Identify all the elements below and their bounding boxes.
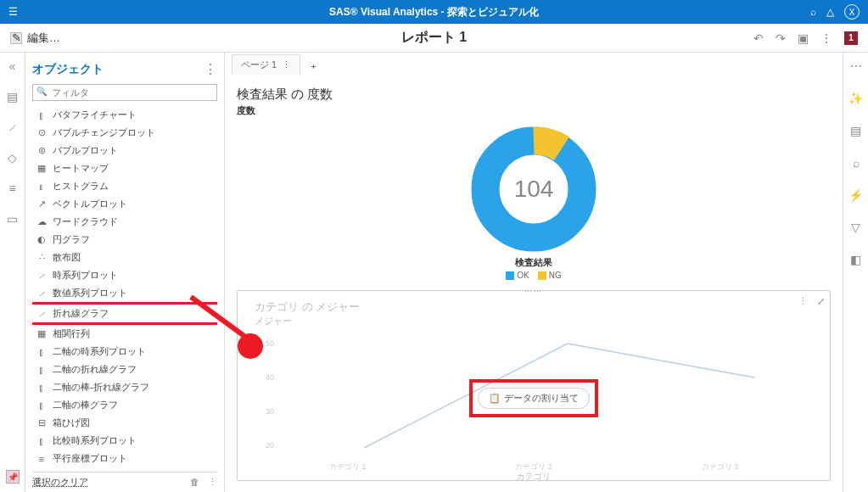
edit-label: 編集… bbox=[27, 31, 60, 46]
object-item[interactable]: ⟋数値系列プロット bbox=[32, 284, 217, 302]
chart-type-icon: ⟋ bbox=[36, 308, 48, 320]
notification-badge[interactable]: 1 bbox=[844, 31, 858, 45]
chart-type-icon: ⫿ bbox=[36, 382, 48, 394]
list-icon[interactable]: ≡ bbox=[8, 182, 15, 195]
object-item[interactable]: ⟋折れ線グラフ bbox=[32, 302, 217, 325]
user-avatar[interactable]: X bbox=[844, 4, 860, 20]
object-item[interactable]: ⫾ヒストグラム bbox=[32, 177, 217, 195]
donut-subtitle: 度数 bbox=[237, 104, 831, 117]
object-item[interactable]: ∴散布図 bbox=[32, 249, 217, 266]
add-tab-button[interactable]: + bbox=[304, 58, 322, 75]
object-item-label: 平行座標プロット bbox=[53, 452, 127, 465]
edit-button[interactable]: ✎ 編集… bbox=[10, 31, 60, 46]
tabs: ページ 1 ⋮ + bbox=[225, 53, 843, 75]
object-item-label: 二軸の棒-折れ線グラフ bbox=[53, 381, 149, 394]
more-icon[interactable]: ⋮ bbox=[820, 31, 832, 45]
actions-icon[interactable]: ⌕ bbox=[853, 156, 860, 170]
tab-label: ページ 1 bbox=[241, 59, 277, 71]
footer-more-icon[interactable]: ⋮ bbox=[208, 477, 217, 488]
line-chart-card[interactable]: ⋯⋯ ⋮ ⤢ カテゴリ の メジャー メジャー 50 40 30 20 カテゴリ… bbox=[237, 290, 831, 481]
object-item[interactable]: ▦ヒートマップ bbox=[32, 159, 217, 177]
chart-type-icon: ⫿ bbox=[36, 435, 48, 447]
roles-icon[interactable]: ▤ bbox=[850, 124, 861, 137]
object-item[interactable]: ≡平行座標プロット bbox=[32, 450, 217, 467]
svg-text:50: 50 bbox=[266, 339, 274, 348]
filter-input[interactable] bbox=[32, 84, 217, 101]
redo-icon[interactable]: ↷ bbox=[776, 31, 786, 45]
bell-icon[interactable]: △ bbox=[826, 6, 834, 18]
bookmark-icon[interactable]: ▭ bbox=[7, 212, 18, 226]
main: « ▤ ⟋ ◇ ≡ ▭ 📌 オブジェクト ⋮ ⫿バタフライチャート⊙バブルチェン… bbox=[0, 53, 868, 492]
donut-center-value: 104 bbox=[470, 126, 597, 253]
footer-icons: 🗑 ⋮ bbox=[190, 477, 217, 488]
filter-icon[interactable]: ▽ bbox=[851, 221, 860, 234]
line-subtitle: メジャー bbox=[255, 315, 813, 327]
drag-handle-icon[interactable]: ⋯⋯ bbox=[524, 288, 543, 296]
object-item[interactable]: ⫿二軸の時系列プロット bbox=[32, 343, 217, 361]
card-menu-icon[interactable]: ⋮ bbox=[798, 296, 808, 307]
maximize-icon[interactable]: ⤢ bbox=[817, 296, 825, 307]
object-item-label: 時系列プロット bbox=[53, 269, 118, 282]
canvas-body: 検査結果 の 度数 度数 104 検査結果 OK NG bbox=[225, 75, 843, 492]
tab-menu-icon[interactable]: ⋮ bbox=[282, 59, 291, 70]
object-item[interactable]: ▦相関行列 bbox=[32, 325, 217, 343]
expand-icon[interactable]: ⋯ bbox=[850, 59, 862, 73]
object-item[interactable]: ⊚バブルプロット bbox=[32, 142, 217, 159]
object-item[interactable]: ↗ベクトルプロット bbox=[32, 195, 217, 213]
object-item[interactable]: ⫿二軸の折れ線グラフ bbox=[32, 361, 217, 378]
data-icon[interactable]: ▤ bbox=[7, 90, 18, 103]
object-item[interactable]: ⫿二軸の棒グラフ bbox=[32, 396, 217, 414]
assign-data-button[interactable]: 📋 データの割り当て bbox=[478, 388, 590, 409]
sidebar-title: オブジェクト bbox=[32, 62, 104, 77]
line-xlabel: カテゴリ bbox=[255, 471, 813, 483]
assign-icon: 📋 bbox=[489, 393, 501, 404]
object-item[interactable]: ◐円グラフ bbox=[32, 231, 217, 249]
donut-legend: 検査結果 OK NG bbox=[506, 256, 561, 280]
object-item-label: 円グラフ bbox=[53, 233, 90, 246]
ranks-icon[interactable]: ◧ bbox=[850, 253, 861, 266]
sidebar: オブジェクト ⋮ ⫿バタフライチャート⊙バブルチェンジプロット⊚バブルプロット▦… bbox=[25, 53, 225, 492]
legend-item-ng[interactable]: NG bbox=[538, 271, 562, 280]
menu-icon[interactable]: ☰ bbox=[8, 6, 18, 18]
object-item-label: バタフライチャート bbox=[53, 109, 137, 121]
assign-highlight: 📋 データの割り当て bbox=[469, 379, 598, 417]
object-item[interactable]: ⫿二軸の棒-折れ線グラフ bbox=[32, 378, 217, 396]
sidebar-menu-icon[interactable]: ⋮ bbox=[204, 61, 217, 77]
object-item[interactable]: ⟋時系列プロット bbox=[32, 266, 217, 284]
object-item[interactable]: ⊟箱ひげ図 bbox=[32, 414, 217, 432]
collapse-icon[interactable]: « bbox=[9, 59, 16, 73]
svg-text:20: 20 bbox=[266, 441, 274, 450]
legend-item-ok[interactable]: OK bbox=[506, 271, 529, 280]
sidebar-header: オブジェクト ⋮ bbox=[32, 61, 217, 77]
rules-icon[interactable]: ⚡ bbox=[848, 188, 863, 202]
search-icon[interactable]: ⌕ bbox=[810, 6, 816, 18]
object-item[interactable]: ⫾棒グラフ bbox=[32, 467, 217, 468]
options-icon[interactable]: ✨ bbox=[848, 92, 863, 105]
toolbar: ✎ 編集… レポート 1 ↶ ↷ ▣ ⋮ 1 bbox=[0, 24, 868, 53]
left-rail: « ▤ ⟋ ◇ ≡ ▭ 📌 bbox=[0, 53, 25, 492]
chart-type-icon: ⫿ bbox=[36, 109, 48, 121]
tab-page1[interactable]: ページ 1 ⋮ bbox=[232, 54, 300, 75]
object-item[interactable]: ⫿バタフライチャート bbox=[32, 106, 217, 124]
chart-type-icon: ⟋ bbox=[36, 270, 48, 282]
chart-type-icon: ☁ bbox=[36, 216, 48, 228]
undo-icon[interactable]: ↶ bbox=[753, 31, 764, 45]
app-title: SAS® Visual Analytics - 探索とビジュアル化 bbox=[329, 5, 539, 20]
chart-type-icon: ⊚ bbox=[36, 145, 48, 157]
outline-icon[interactable]: ◇ bbox=[8, 151, 17, 165]
legend-title: 検査結果 bbox=[506, 256, 561, 269]
chart-type-icon: ⊙ bbox=[36, 127, 48, 139]
pin-icon[interactable]: 📌 bbox=[6, 470, 20, 484]
chart-type-icon: ↗ bbox=[36, 198, 48, 210]
donut-chart[interactable]: 104 bbox=[470, 126, 597, 253]
object-item-label: 比較時系列プロット bbox=[53, 434, 137, 447]
clear-selection[interactable]: 選択のクリア bbox=[32, 476, 88, 489]
chart-icon[interactable]: ⟋ bbox=[7, 120, 19, 134]
canvas: ページ 1 ⋮ + 検査結果 の 度数 度数 104 検査結果 bbox=[225, 53, 843, 492]
object-item[interactable]: ⫿比較時系列プロット bbox=[32, 432, 217, 450]
save-icon[interactable]: ▣ bbox=[798, 31, 809, 45]
object-item[interactable]: ☁ワードクラウド bbox=[32, 213, 217, 231]
trash-icon[interactable]: 🗑 bbox=[190, 477, 199, 488]
object-item[interactable]: ⊙バブルチェンジプロット bbox=[32, 124, 217, 142]
object-list: ⫿バタフライチャート⊙バブルチェンジプロット⊚バブルプロット▦ヒートマップ⫾ヒス… bbox=[32, 106, 217, 468]
